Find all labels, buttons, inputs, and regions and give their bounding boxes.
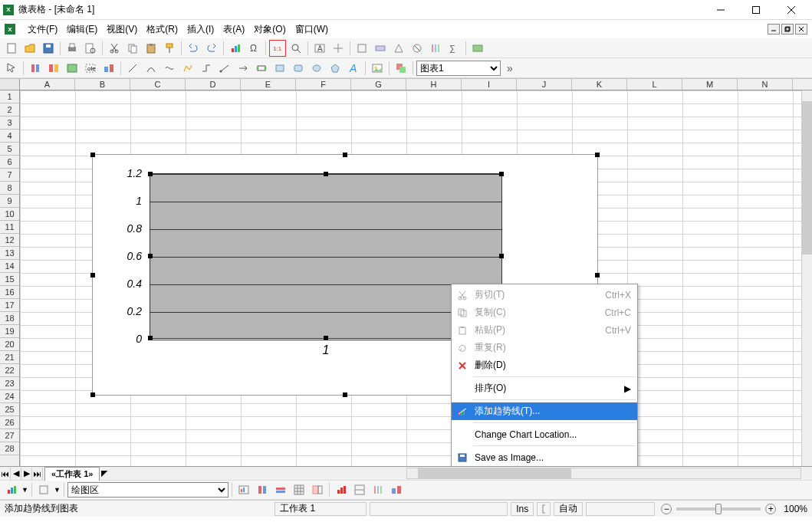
cb-8[interactable] <box>370 481 386 498</box>
cb-7[interactable] <box>351 481 368 498</box>
row-header[interactable]: 6 <box>0 156 19 169</box>
cm-add-trendline[interactable]: 添加趋势线(T)... <box>452 402 637 420</box>
open-button[interactable] <box>21 40 38 57</box>
plot-area-selector[interactable]: 绘图区 <box>67 482 228 498</box>
column-header[interactable]: G <box>351 79 406 90</box>
polyline-tool[interactable] <box>179 60 196 77</box>
row-header[interactable]: 24 <box>0 390 19 403</box>
zoom-100-button[interactable]: 1:1 <box>269 40 286 57</box>
column-header[interactable]: F <box>296 79 351 90</box>
row-header[interactable]: 20 <box>0 338 19 351</box>
ellipse-tool[interactable] <box>308 60 325 77</box>
chart-plot-area[interactable] <box>150 173 502 339</box>
tab-last[interactable]: ⏭ <box>32 468 43 480</box>
print-preview-button[interactable] <box>82 40 99 57</box>
column-header[interactable]: H <box>406 79 462 90</box>
grid-button[interactable] <box>330 40 347 57</box>
chart-element-button[interactable] <box>35 481 52 498</box>
menu-view[interactable]: 视图(V) <box>102 21 142 38</box>
row-header[interactable]: 12 <box>0 234 19 247</box>
polygon-tool[interactable] <box>327 60 344 77</box>
column-header[interactable]: J <box>517 79 572 90</box>
chart-button[interactable] <box>227 40 244 57</box>
textbox-button[interactable]: A <box>311 40 328 57</box>
mdi-restore[interactable] <box>781 24 794 34</box>
row-header[interactable]: 1 <box>0 90 19 103</box>
row-header[interactable]: 13 <box>0 247 19 260</box>
select-tool[interactable] <box>3 60 20 77</box>
undo-button[interactable] <box>185 40 202 57</box>
cm-change-location[interactable]: Change Chart Location... <box>452 425 637 443</box>
row-header[interactable]: 8 <box>0 182 19 195</box>
row-header[interactable]: 22 <box>0 364 19 377</box>
tb-icon-5[interactable] <box>427 40 444 57</box>
zoom-level[interactable]: 100% <box>784 504 807 514</box>
tab-prev[interactable]: ◀ <box>11 468 21 480</box>
print-button[interactable] <box>64 40 81 57</box>
column-header[interactable]: I <box>462 79 517 90</box>
tab-next[interactable]: ▶ <box>21 468 32 480</box>
menu-edit[interactable]: 编辑(E) <box>62 21 102 38</box>
save-button[interactable] <box>40 40 57 57</box>
chart-selector[interactable]: 图表1 <box>416 61 501 76</box>
tb-icon-1[interactable] <box>353 40 370 57</box>
row-header[interactable]: 28 <box>0 442 19 455</box>
text-tool[interactable]: A <box>345 60 362 77</box>
zoom-out-button[interactable]: − <box>661 504 672 514</box>
zoom-in-button[interactable]: + <box>765 504 776 514</box>
freeform-tool[interactable] <box>161 60 178 77</box>
draw-tool-4[interactable]: ole <box>82 60 99 77</box>
draw-tool-5[interactable] <box>100 60 117 77</box>
tb-icon-3[interactable] <box>390 40 407 57</box>
column-header[interactable]: E <box>241 79 296 90</box>
connector-tool-1[interactable] <box>198 60 215 77</box>
row-header[interactable]: 19 <box>0 325 19 338</box>
cb-1[interactable] <box>235 481 252 498</box>
row-header[interactable]: 9 <box>0 195 19 208</box>
zoom-fit-button[interactable] <box>288 40 304 57</box>
chart-type-button[interactable] <box>3 481 20 498</box>
curve-tool[interactable] <box>143 60 159 77</box>
row-header[interactable]: 11 <box>0 221 19 234</box>
row-header[interactable]: 21 <box>0 351 19 364</box>
cb-4[interactable] <box>291 481 307 498</box>
cm-save-as-image[interactable]: Save as Image... <box>452 448 637 466</box>
mdi-minimize[interactable] <box>768 24 780 34</box>
column-header[interactable]: K <box>572 79 627 90</box>
mdi-close[interactable] <box>795 24 807 34</box>
paste-button[interactable] <box>143 40 159 57</box>
column-header[interactable]: N <box>738 79 793 90</box>
redo-button[interactable] <box>203 40 220 57</box>
connector-tool-4[interactable] <box>253 60 270 77</box>
rounded-rect-tool[interactable] <box>290 60 307 77</box>
column-header[interactable]: M <box>682 79 738 90</box>
row-header[interactable]: 17 <box>0 299 19 312</box>
row-header[interactable]: 14 <box>0 260 19 273</box>
cm-delete[interactable]: 删除(D) <box>452 356 637 374</box>
row-header[interactable]: 23 <box>0 377 19 390</box>
horizontal-scrollbar[interactable] <box>406 468 801 479</box>
row-header[interactable]: 10 <box>0 208 19 221</box>
new-button[interactable] <box>3 40 20 57</box>
tb-icon-2[interactable] <box>372 40 389 57</box>
draw-tool-2[interactable] <box>45 60 62 77</box>
zoom-slider[interactable] <box>676 507 761 511</box>
column-header[interactable]: L <box>627 79 682 90</box>
column-header[interactable]: C <box>130 79 186 90</box>
cb-9[interactable] <box>388 481 405 498</box>
tb-icon-6[interactable]: ∑ <box>445 40 462 57</box>
arrange-tool[interactable] <box>393 60 409 77</box>
cb-5[interactable] <box>309 481 326 498</box>
menu-format[interactable]: 格式(R) <box>142 21 182 38</box>
more-icon[interactable]: » <box>507 62 513 74</box>
connector-tool-3[interactable] <box>235 60 251 77</box>
row-header[interactable]: 16 <box>0 286 19 299</box>
draw-tool-1[interactable] <box>27 60 44 77</box>
column-header[interactable]: B <box>75 79 130 90</box>
tab-first[interactable]: ⏮ <box>0 468 11 480</box>
row-header[interactable]: 5 <box>0 143 19 156</box>
symbol-button[interactable]: Ω <box>245 40 262 57</box>
minimize-button[interactable] <box>703 0 738 20</box>
draw-tool-3[interactable] <box>64 60 81 77</box>
line-tool[interactable] <box>124 60 141 77</box>
